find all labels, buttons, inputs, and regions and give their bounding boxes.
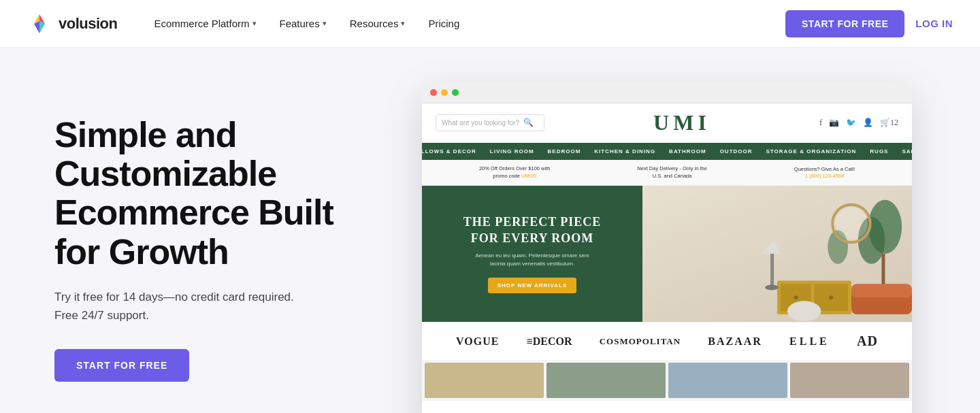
- umi-bottom-glimpse: [422, 360, 912, 401]
- brand-cosmopolitan: COSMOPOLITAN: [600, 336, 681, 347]
- nav-pricing[interactable]: Pricing: [419, 12, 469, 35]
- umi-banner-right: [642, 186, 912, 322]
- umi-hero-banner: THE PERFECT PIECEFOR EVERY ROOM Aenean e…: [422, 186, 912, 322]
- nav-features[interactable]: Features ▾: [270, 12, 336, 35]
- hero-right: What are you looking for? 🔍 UMI f 📷 🐦 👤 …: [422, 82, 926, 413]
- nav-links: Ecommerce Platform ▾ Features ▾ Resource…: [144, 12, 785, 35]
- chevron-down-icon: ▾: [401, 19, 405, 28]
- umi-twitter-icon: 🐦: [846, 118, 856, 128]
- umi-phone: 1 (800) 123-4568: [794, 173, 855, 179]
- glimpse-item-4: [790, 363, 909, 398]
- umi-nav-sale: SALE: [895, 143, 912, 160]
- browser-close-dot: [430, 89, 437, 96]
- brand-vogue: VOGUE: [456, 335, 499, 348]
- umi-facebook-icon: f: [819, 118, 822, 128]
- umi-nav: PILLOWS & DECOR LIVING ROOM BEDROOM KITC…: [422, 143, 912, 160]
- nav-resources[interactable]: Resources ▾: [340, 12, 415, 35]
- navbar: volusion Ecommerce Platform ▾ Features ▾…: [0, 0, 980, 48]
- browser-bar: [422, 82, 912, 103]
- svg-rect-17: [851, 284, 912, 298]
- brand-elle: ELLE: [789, 335, 830, 348]
- umi-nav-pillows: PILLOWS & DECOR: [422, 143, 483, 160]
- umi-store-preview: What are you looking for? 🔍 UMI f 📷 🐦 👤 …: [422, 103, 912, 413]
- nav-ecommerce-platform[interactable]: Ecommerce Platform ▾: [144, 12, 265, 35]
- svg-point-21: [765, 285, 779, 291]
- umi-header: What are you looking for? 🔍 UMI f 📷 🐦 👤 …: [422, 103, 912, 143]
- umi-header-icons: f 📷 🐦 👤 🛒12: [819, 118, 898, 128]
- svg-point-15: [829, 295, 833, 299]
- umi-promo-discount: 20% Off Orders Over $100 with promo code…: [479, 165, 551, 180]
- umi-nav-outdoor: OUTDOOR: [713, 143, 760, 160]
- logo[interactable]: volusion: [27, 12, 117, 36]
- umi-nav-rugs: RUGS: [863, 143, 895, 160]
- umi-search-bar: What are you looking for? 🔍: [436, 114, 544, 131]
- nav-start-free-button[interactable]: START FOR FREE: [785, 10, 904, 37]
- umi-nav-living: LIVING ROOM: [483, 143, 541, 160]
- hero-title: Simple and Customizable Ecommerce Built …: [54, 116, 381, 271]
- umi-logo: UMI: [653, 110, 710, 135]
- volusion-logo-icon: [27, 12, 52, 36]
- glimpse-item-3: [668, 363, 787, 398]
- hero-section: Simple and Customizable Ecommerce Built …: [0, 48, 980, 413]
- svg-rect-18: [770, 254, 774, 288]
- hero-left: Simple and Customizable Ecommerce Built …: [54, 88, 381, 382]
- umi-promo-delivery: Next Day Delivery - Only in the U.S. and…: [637, 165, 707, 180]
- chevron-down-icon: ▾: [323, 19, 327, 28]
- umi-nav-bathroom: BATHROOM: [662, 143, 713, 160]
- furniture-illustration: [642, 186, 912, 322]
- umi-nav-bedroom: BEDROOM: [541, 143, 588, 160]
- brand-decor: ≡DECOR: [527, 335, 572, 348]
- svg-point-14: [794, 295, 798, 299]
- hero-subtitle: Try it free for 14 days—no credit card r…: [54, 288, 313, 325]
- umi-promo-contact: Questions? Give As a Call! 1 (800) 123-4…: [794, 166, 855, 180]
- browser-minimize-dot: [441, 89, 448, 96]
- umi-search-icon: 🔍: [523, 118, 534, 128]
- svg-marker-19: [760, 240, 781, 254]
- promo-code: UMI20: [521, 173, 536, 179]
- hero-start-free-button[interactable]: START FOR FREE: [54, 349, 189, 382]
- umi-nav-kitchen: KITCHEN & DINING: [587, 143, 662, 160]
- umi-nav-storage: STORAGE & ORGANIZATION: [760, 143, 864, 160]
- browser-mockup: What are you looking for? 🔍 UMI f 📷 🐦 👤 …: [422, 82, 912, 413]
- svg-point-10: [835, 208, 868, 240]
- umi-search-placeholder: What are you looking for?: [442, 119, 519, 127]
- chevron-down-icon: ▾: [252, 19, 257, 28]
- umi-instagram-icon: 📷: [829, 118, 839, 128]
- umi-banner-desc: Aenean eu leo quam. Pellentesque ornare …: [438, 252, 626, 268]
- brand-bazaar: BAZAAR: [708, 335, 762, 348]
- glimpse-item-2: [546, 363, 666, 398]
- umi-banner-left: THE PERFECT PIECEFOR EVERY ROOM Aenean e…: [422, 186, 642, 322]
- brand-ad: AD: [857, 333, 878, 349]
- glimpse-item-1: [425, 363, 544, 398]
- umi-cart-icon: 🛒12: [880, 118, 898, 128]
- umi-banner-title: THE PERFECT PIECEFOR EVERY ROOM: [438, 214, 626, 246]
- volusion-logo-text: volusion: [59, 15, 117, 33]
- umi-brands-bar: VOGUE ≡DECOR COSMOPOLITAN BAZAAR ELLE AD: [422, 322, 912, 360]
- umi-promo-bar: 20% Off Orders Over $100 with promo code…: [422, 160, 912, 186]
- svg-point-20: [787, 301, 821, 321]
- nav-actions: START FOR FREE LOG IN: [785, 10, 953, 37]
- browser-maximize-dot: [452, 89, 459, 96]
- umi-shop-button[interactable]: SHOP NEW ARRIVALS: [488, 278, 577, 293]
- umi-account-icon: 👤: [863, 118, 873, 128]
- nav-login-button[interactable]: LOG IN: [915, 18, 953, 29]
